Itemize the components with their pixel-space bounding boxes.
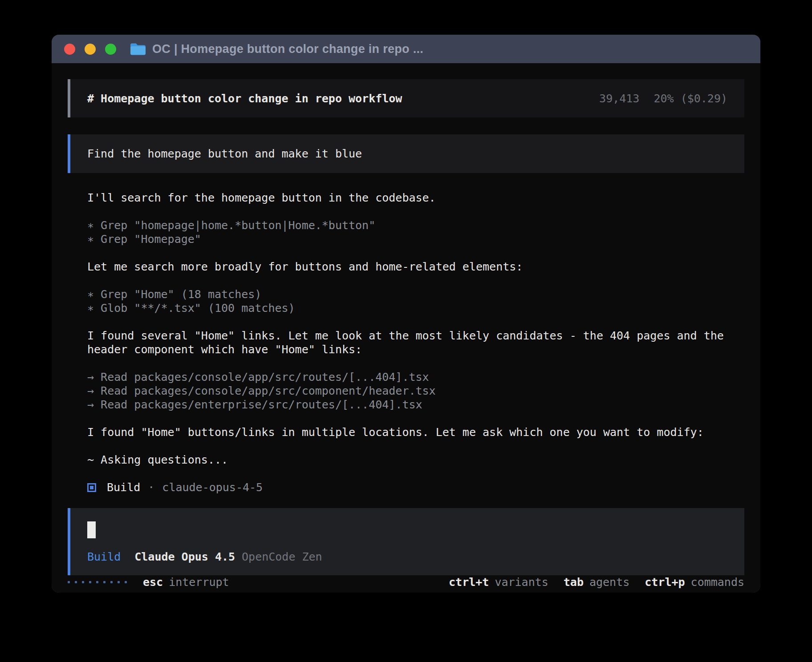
session-title: # Homepage button color change in repo w… <box>87 92 402 105</box>
folder-icon <box>130 43 146 56</box>
status-left: escinterrupt <box>68 575 229 589</box>
hint-agents: tabagents <box>564 575 629 589</box>
input-model-label[interactable]: Claude Opus 4.5 <box>134 550 235 564</box>
status-bar: escinterrupt ctrl+tvariants tabagents ct… <box>68 575 744 591</box>
input-agent-label[interactable]: Build <box>87 550 121 564</box>
text-cursor <box>87 521 96 538</box>
minimize-button[interactable] <box>85 44 96 55</box>
agent-name: Build <box>107 480 140 494</box>
session-stats: 39,413 20% ($0.29) <box>599 92 727 105</box>
tool-call-read: → Read packages/console/app/src/componen… <box>87 384 744 398</box>
hint-label: interrupt <box>169 576 229 589</box>
session-header: # Homepage button color change in repo w… <box>68 79 744 117</box>
status-hints: ctrl+tvariants tabagents ctrl+pcommands <box>449 575 744 589</box>
hint-label: variants <box>495 576 548 589</box>
agent-status-row: Build · claude-opus-4-5 <box>87 480 744 494</box>
terminal-content: # Homepage button color change in repo w… <box>52 63 760 593</box>
agent-model: claude-opus-4-5 <box>162 480 263 494</box>
input-provider-label: OpenCode Zen <box>242 550 322 564</box>
close-button[interactable] <box>64 44 75 55</box>
terminal-window: OC | Homepage button color change in rep… <box>52 35 760 593</box>
zoom-button[interactable] <box>105 44 116 55</box>
assistant-text: I'll search for the homepage button in t… <box>87 191 744 205</box>
hint-commands: ctrl+pcommands <box>645 575 744 589</box>
window-title: OC | Homepage button color change in rep… <box>130 43 423 56</box>
input-footer: Build Claude Opus 4.5 OpenCode Zen <box>87 550 727 564</box>
assistant-text: I found several "Home" links. Let me loo… <box>87 329 744 356</box>
spinner-dots <box>68 581 127 583</box>
tool-call-grep: ∗ Grep "Homepage" <box>87 232 744 246</box>
hint-label: agents <box>589 576 629 589</box>
esc-key: esc <box>143 576 163 589</box>
assistant-working-status: ~ Asking questions... <box>87 453 744 467</box>
prompt-input[interactable]: Build Claude Opus 4.5 OpenCode Zen <box>68 508 744 575</box>
user-message-text: Find the homepage button and make it blu… <box>87 147 362 160</box>
user-message: Find the homepage button and make it blu… <box>68 134 744 173</box>
title-bar[interactable]: OC | Homepage button color change in rep… <box>52 35 760 63</box>
ctrl-p-key: ctrl+p <box>645 576 685 589</box>
tool-call-grep: ∗ Grep "homepage|home.*button|Home.*butt… <box>87 218 744 232</box>
tool-call-grep: ∗ Grep "Home" (18 matches) <box>87 287 744 301</box>
tool-call-read: → Read packages/console/app/src/routes/[… <box>87 370 744 384</box>
hint-interrupt: escinterrupt <box>143 575 229 589</box>
token-count: 39,413 <box>599 92 639 105</box>
context-usage: 20% ($0.29) <box>654 92 727 105</box>
assistant-text: I found "Home" buttons/links in multiple… <box>87 425 744 439</box>
hint-variants: ctrl+tvariants <box>449 575 548 589</box>
hint-label: commands <box>691 576 744 589</box>
assistant-response: I'll search for the homepage button in t… <box>68 191 744 508</box>
traffic-lights <box>64 44 116 55</box>
tool-call-read: → Read packages/enterprise/src/routes/[.… <box>87 398 744 412</box>
window-title-text: OC | Homepage button color change in rep… <box>152 43 423 55</box>
tool-call-glob: ∗ Glob "**/*.tsx" (100 matches) <box>87 301 744 315</box>
agent-build-icon <box>87 483 96 492</box>
dot-separator: · <box>148 480 154 494</box>
tab-key: tab <box>564 576 584 589</box>
assistant-text: Let me search more broadly for buttons a… <box>87 260 744 274</box>
ctrl-t-key: ctrl+t <box>449 576 489 589</box>
